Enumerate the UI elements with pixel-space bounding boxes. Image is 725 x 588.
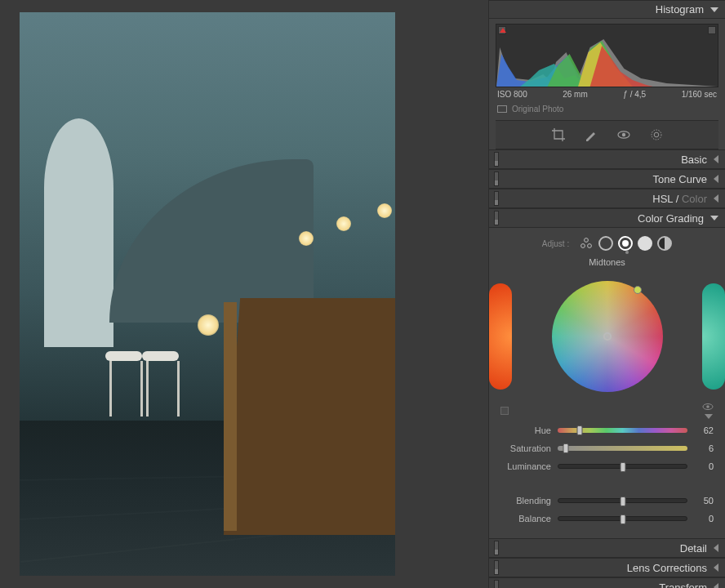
slider-thumb[interactable] [620, 497, 625, 506]
blending-slider[interactable] [558, 498, 687, 503]
panel-title: Histogram [656, 3, 704, 16]
panel-header-color-grading[interactable]: Color Grading [489, 208, 725, 228]
panel-switch-icon[interactable] [494, 211, 499, 225]
panel-switch-icon[interactable] [494, 580, 499, 588]
luminance-slider[interactable] [558, 464, 687, 469]
panel-title: HSL / Color [652, 193, 707, 205]
panel-switch-icon[interactable] [494, 191, 499, 206]
shadows-wheel-peek[interactable] [489, 283, 512, 390]
exif-strip: ISO 800 26 mm ƒ / 4,5 1/160 sec [496, 87, 718, 101]
svg-point-4 [585, 238, 589, 243]
svg-point-3 [654, 132, 659, 137]
panel-title: Tone Curve [653, 173, 707, 185]
slider-label: Saturation [500, 443, 551, 453]
midtones-wheel-button[interactable] [618, 236, 633, 251]
chevron-left-icon [714, 564, 718, 572]
chevron-left-icon [714, 583, 718, 588]
chevron-left-icon [714, 155, 718, 163]
balance-slider[interactable] [558, 516, 687, 521]
adjust-mode-row: Adjust : [500, 236, 714, 251]
chevron-down-icon [710, 216, 718, 220]
original-label: Original Photo [512, 105, 563, 114]
slider-label: Blending [500, 496, 551, 506]
hue-slider-row: Hue 62 [500, 424, 714, 437]
histogram[interactable] [496, 24, 718, 87]
balance-slider-row: Balance 0 [500, 512, 714, 525]
svg-point-2 [652, 130, 661, 140]
healing-brush-tool[interactable] [584, 127, 598, 142]
adjust-label: Adjust : [542, 239, 569, 248]
svg-point-1 [621, 133, 625, 136]
color-swatch[interactable] [500, 407, 509, 415]
chevron-down-icon [710, 7, 718, 12]
chevron-down-icon[interactable] [705, 414, 713, 419]
highlights-wheel-button[interactable] [638, 236, 652, 251]
chevron-left-icon [714, 544, 718, 552]
panel-header-lens-corrections[interactable]: Lens Corrections [489, 558, 725, 577]
global-wheel-button[interactable] [657, 236, 672, 251]
blending-slider-row: Blending 50 [500, 494, 714, 507]
panel-header-basic[interactable]: Basic [489, 149, 725, 169]
tool-strip [496, 120, 718, 149]
aperture: ƒ / 4,5 [623, 90, 646, 99]
wheel-center-icon [603, 332, 612, 341]
color-grading-body: Adjust : Midtones Hue [489, 228, 725, 538]
crop-tool[interactable] [551, 127, 566, 142]
photo-frame-icon [497, 105, 507, 113]
panel-header-tone-curve[interactable]: Tone Curve [489, 169, 725, 189]
panel-title: Lens Corrections [627, 562, 707, 574]
midtones-color-wheel[interactable] [552, 281, 663, 392]
slider-thumb[interactable] [620, 514, 625, 524]
wheel-handle[interactable] [634, 286, 642, 294]
luminance-slider-row: Luminance 0 [500, 460, 714, 473]
panel-title: Detail [680, 542, 707, 555]
slider-label: Luminance [500, 461, 551, 471]
iso-value: ISO 800 [497, 90, 527, 99]
hue-slider[interactable] [558, 428, 687, 433]
canvas-area [0, 0, 488, 588]
saturation-slider-row: Saturation 6 [500, 442, 714, 455]
shadows-wheel-button[interactable] [598, 236, 613, 251]
panel-title: Basic [681, 154, 707, 166]
chevron-left-icon [714, 175, 718, 183]
panel-header-hsl[interactable]: HSL / Color [489, 189, 725, 208]
slider-label: Hue [500, 425, 551, 435]
slider-value[interactable]: 0 [694, 514, 714, 523]
saturation-slider[interactable] [558, 446, 687, 451]
svg-point-5 [581, 244, 585, 248]
panel-switch-icon[interactable] [494, 152, 499, 167]
panel-switch-icon[interactable] [494, 541, 499, 555]
color-grading-mode-label: Midtones [500, 257, 714, 267]
histogram-graph [496, 29, 718, 87]
slider-thumb[interactable] [620, 462, 625, 472]
original-photo-toggle[interactable]: Original Photo [496, 101, 718, 120]
panel-header-transform[interactable]: Transform [489, 577, 725, 588]
panel-switch-icon[interactable] [494, 172, 499, 186]
chevron-left-icon [714, 194, 718, 203]
svg-point-8 [706, 405, 709, 408]
panel-title: Color Grading [638, 212, 704, 225]
panel-switch-icon[interactable] [494, 560, 499, 575]
slider-value[interactable]: 50 [694, 496, 714, 506]
slider-value[interactable]: 0 [694, 461, 714, 471]
panel-header-histogram[interactable]: Histogram [489, 0, 725, 19]
panel-header-detail[interactable]: Detail [489, 538, 725, 558]
panel-title: Transform [659, 581, 707, 589]
masking-tool[interactable] [649, 127, 664, 142]
redeye-tool[interactable] [616, 127, 631, 142]
highlights-wheel-peek[interactable] [702, 283, 725, 390]
three-way-view-button[interactable] [579, 236, 594, 251]
svg-point-6 [588, 244, 592, 248]
shutter-speed: 1/160 sec [682, 90, 717, 99]
eye-icon[interactable] [702, 403, 714, 411]
develop-sidebar: Histogram ISO 800 26 mm ƒ / 4,5 1/160 se… [488, 0, 725, 588]
slider-value[interactable]: 62 [694, 425, 714, 435]
slider-label: Balance [500, 514, 551, 523]
slider-thumb[interactable] [577, 425, 583, 435]
slider-thumb[interactable] [563, 443, 568, 453]
image-preview[interactable] [20, 12, 395, 576]
slider-value[interactable]: 6 [694, 443, 714, 453]
focal-length: 26 mm [563, 90, 588, 99]
